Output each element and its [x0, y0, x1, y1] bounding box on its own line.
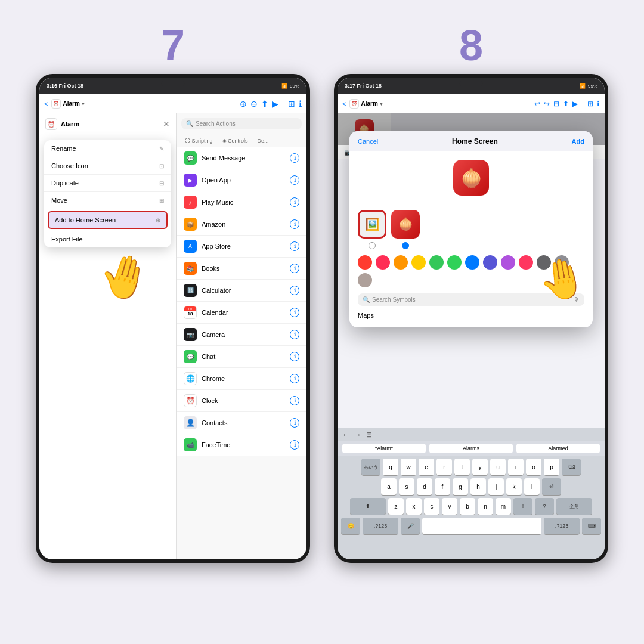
- menu-choose-icon[interactable]: Choose Icon ⊡: [44, 157, 171, 175]
- kb-f[interactable]: f: [435, 478, 450, 495]
- kb-l[interactable]: l: [524, 478, 540, 495]
- suggestion-alarms[interactable]: Alarms: [429, 444, 513, 453]
- kb-o[interactable]: o: [526, 459, 541, 475]
- menu-export[interactable]: Export File: [44, 231, 171, 247]
- kb-t[interactable]: t: [454, 459, 470, 475]
- calculator-info[interactable]: ℹ: [290, 286, 299, 295]
- color-gray[interactable]: [537, 255, 551, 270]
- menu-rename[interactable]: Rename ✎: [44, 140, 171, 157]
- calendar-info[interactable]: ℹ: [290, 308, 299, 317]
- action-chrome[interactable]: 🌐 Chrome ℹ: [177, 368, 306, 390]
- s8-toolbar-redo[interactable]: ↪: [544, 100, 550, 108]
- send-message-info[interactable]: ℹ: [290, 153, 299, 163]
- action-open-app[interactable]: ▶ Open App ℹ: [177, 169, 306, 191]
- kb-space[interactable]: [422, 518, 541, 534]
- kb-j[interactable]: j: [488, 478, 504, 495]
- kb-k[interactable]: k: [506, 478, 522, 495]
- tab-scripting[interactable]: ⌘ Scripting: [181, 137, 216, 145]
- kb-copy-btn[interactable]: ⊟: [366, 431, 372, 439]
- tab-controls[interactable]: ◈ Controls: [219, 137, 252, 145]
- suggestion-alarmed[interactable]: Alarmed: [516, 444, 600, 453]
- toolbar-grid-icon[interactable]: ⊞: [288, 99, 295, 109]
- camera-info[interactable]: ℹ: [290, 330, 299, 339]
- color-light-gray[interactable]: [555, 255, 569, 270]
- kb-z[interactable]: z: [388, 498, 404, 515]
- color-purple[interactable]: [501, 255, 515, 270]
- action-play-music[interactable]: ♪ Play Music ℹ: [177, 191, 306, 213]
- color-blue[interactable]: [465, 255, 479, 270]
- kb-question[interactable]: ?: [535, 498, 554, 515]
- toolbar-play-icon[interactable]: ▶: [272, 99, 278, 109]
- kb-h[interactable]: h: [470, 478, 486, 495]
- action-app-store[interactable]: Ａ App Store ℹ: [177, 236, 306, 258]
- search-symbols-bar[interactable]: 🔍 Search Symbols 🎙: [358, 293, 584, 306]
- kb-p[interactable]: p: [544, 459, 559, 475]
- action-calculator[interactable]: 🔢 Calculator ℹ: [177, 280, 306, 302]
- kb-c[interactable]: c: [424, 498, 439, 515]
- action-chat[interactable]: 💬 Chat ℹ: [177, 346, 306, 368]
- kb-m[interactable]: m: [496, 498, 511, 515]
- kb-emoji[interactable]: 😊: [341, 518, 360, 534]
- s8-toolbar-back[interactable]: <: [342, 100, 346, 107]
- close-icon[interactable]: ✕: [163, 119, 170, 129]
- kb-i[interactable]: i: [508, 459, 524, 475]
- kb-delete[interactable]: ⌫: [562, 459, 581, 475]
- color-tan[interactable]: [358, 273, 372, 287]
- kb-r[interactable]: r: [436, 459, 452, 475]
- toolbar-add-icon[interactable]: ⊕: [240, 99, 247, 109]
- modal-cancel-btn[interactable]: Cancel: [358, 138, 378, 145]
- contacts-info[interactable]: ℹ: [290, 418, 299, 428]
- kb-v[interactable]: v: [442, 498, 457, 515]
- toolbar-minus-icon[interactable]: ⊖: [250, 99, 258, 109]
- kb-d[interactable]: d: [417, 478, 432, 495]
- app-store-info[interactable]: ℹ: [290, 242, 299, 251]
- kb-y[interactable]: y: [472, 459, 488, 475]
- open-app-info[interactable]: ℹ: [290, 175, 299, 185]
- s8-toolbar-undo[interactable]: ↩: [534, 100, 540, 108]
- kb-q[interactable]: q: [383, 459, 398, 475]
- photo-option[interactable]: 🖼️: [358, 210, 386, 239]
- action-books[interactable]: 📚 Books ℹ: [177, 258, 306, 280]
- s8-toolbar-play[interactable]: ▶: [572, 100, 578, 108]
- kb-numbers2[interactable]: .?123: [544, 518, 580, 534]
- color-red[interactable]: [358, 255, 372, 270]
- action-camera[interactable]: 📷 Camera ℹ: [177, 324, 306, 346]
- kb-s[interactable]: s: [399, 478, 414, 495]
- toolbar-share-icon[interactable]: ⬆: [261, 99, 268, 109]
- kb-lang-key[interactable]: あいう: [361, 459, 380, 475]
- kb-e[interactable]: e: [419, 459, 434, 475]
- s8-toolbar-share[interactable]: ⬆: [563, 100, 569, 108]
- kb-forward-btn[interactable]: →: [354, 431, 361, 439]
- kb-punct[interactable]: !: [513, 498, 532, 515]
- menu-move[interactable]: Move ⊞: [44, 192, 171, 209]
- chat-info[interactable]: ℹ: [290, 352, 299, 361]
- color-green[interactable]: [429, 255, 444, 270]
- play-music-info[interactable]: ℹ: [290, 197, 299, 207]
- app-icon-option[interactable]: 🧅: [391, 210, 420, 239]
- action-amazon[interactable]: 📦 Amazon ℹ: [177, 213, 306, 236]
- action-clock[interactable]: ⏰ Clock ℹ: [177, 390, 306, 412]
- amazon-info[interactable]: ℹ: [290, 219, 299, 229]
- action-facetime[interactable]: 📹 FaceTime ℹ: [177, 434, 306, 456]
- s8-toolbar-copy[interactable]: ⊟: [553, 100, 559, 108]
- s8-toolbar-grid[interactable]: ⊞: [587, 100, 593, 108]
- tab-de[interactable]: De...: [254, 137, 273, 145]
- kb-a[interactable]: a: [381, 478, 397, 495]
- action-send-message[interactable]: 💬 Send Message ℹ: [177, 147, 306, 169]
- photo-radio[interactable]: [369, 242, 376, 249]
- suggestion-alarm-quoted[interactable]: "Alarm": [342, 444, 426, 453]
- facetime-info[interactable]: ℹ: [290, 440, 299, 450]
- clock-info[interactable]: ℹ: [290, 396, 299, 405]
- kb-w[interactable]: w: [401, 459, 416, 475]
- app-radio[interactable]: [402, 242, 409, 249]
- kb-b[interactable]: b: [460, 498, 475, 515]
- kb-numbers[interactable]: .?123: [363, 518, 398, 534]
- kb-u[interactable]: u: [490, 459, 506, 475]
- kb-keyboard[interactable]: ⌨: [582, 518, 601, 534]
- chrome-info[interactable]: ℹ: [290, 374, 299, 383]
- kb-x[interactable]: x: [406, 498, 422, 515]
- kb-return[interactable]: ⏎: [542, 478, 561, 495]
- kb-fullwidth[interactable]: 全角: [556, 498, 592, 515]
- color-indigo[interactable]: [483, 255, 497, 270]
- kb-mic[interactable]: 🎤: [401, 518, 420, 534]
